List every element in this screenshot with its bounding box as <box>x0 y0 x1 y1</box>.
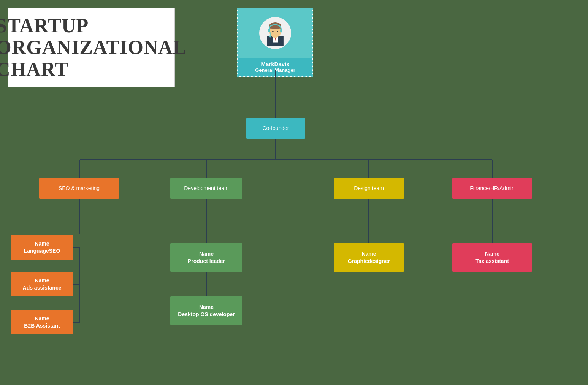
card-lang-seo: NameLanguageSEO <box>11 235 73 260</box>
product-label: NameProduct leader <box>188 250 225 264</box>
svg-rect-8 <box>268 29 270 33</box>
svg-point-7 <box>277 31 278 32</box>
chart-title: STARTUPORGANIZATIONALCHART <box>0 15 187 80</box>
card-tax: NameTax assistant <box>452 243 532 272</box>
dept-design: Design team <box>334 178 404 199</box>
ceo-info: MarkDavis General Manager <box>238 58 312 76</box>
cofounder-box: Co-founder <box>246 118 305 139</box>
lang-seo-label: NameLanguageSEO <box>24 240 60 254</box>
svg-point-11 <box>269 35 271 37</box>
graphic-label: NameGraphicdesigner <box>348 250 390 264</box>
dept-dev: Development team <box>170 178 242 199</box>
dept-finance: Finance/HR/Admin <box>452 178 532 199</box>
tax-label: NameTax assistant <box>475 250 509 264</box>
dept-design-label: Design team <box>354 185 384 192</box>
dept-seo-label: SEO & marketing <box>59 185 100 192</box>
card-ads: NameAds assistance <box>11 272 73 296</box>
desktop-label: NameDesktop OS developer <box>178 304 235 317</box>
ads-label: NameAds assistance <box>23 277 62 291</box>
svg-point-6 <box>272 31 274 32</box>
card-product: NameProduct leader <box>170 243 242 272</box>
b2b-label: NameB2B Assistant <box>24 315 60 329</box>
card-graphic: NameGraphicdesigner <box>334 243 404 272</box>
ceo-avatar-circle <box>258 16 292 50</box>
ceo-title: General Manager <box>240 67 311 73</box>
svg-rect-9 <box>280 29 282 33</box>
ceo-card: MarkDavis General Manager <box>237 8 313 77</box>
person-icon <box>262 20 288 46</box>
card-desktop: NameDesktop OS developer <box>170 296 242 325</box>
dept-seo: SEO & marketing <box>39 178 119 199</box>
ceo-avatar-bg <box>238 8 312 58</box>
dept-dev-label: Development team <box>184 185 229 192</box>
title-box: STARTUPORGANIZATIONALCHART <box>8 8 175 87</box>
dept-finance-label: Finance/HR/Admin <box>470 185 515 192</box>
card-b2b: NameB2B Assistant <box>11 310 73 334</box>
cofounder-label: Co-founder <box>262 125 289 132</box>
ceo-name: MarkDavis <box>240 61 311 67</box>
